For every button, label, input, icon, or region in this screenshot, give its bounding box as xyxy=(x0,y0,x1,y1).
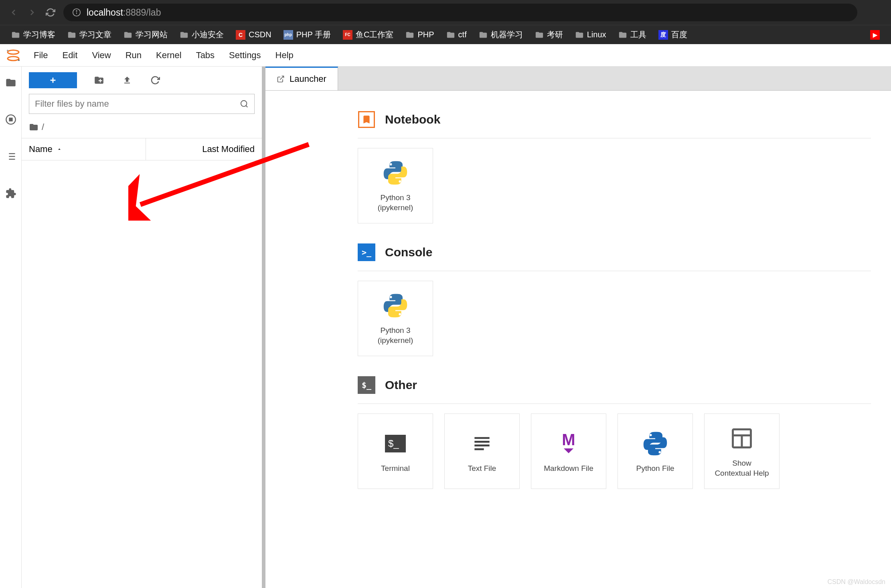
main-area: / Name Last Modified Launcher No xyxy=(0,67,891,588)
menu-item-settings[interactable]: Settings xyxy=(222,47,268,64)
jupyter-menubar: FileEditViewRunKernelTabsSettingsHelp xyxy=(0,44,891,67)
bookmark-label: 鱼C工作室 xyxy=(356,29,393,40)
svg-line-19 xyxy=(280,76,284,80)
forward-button[interactable] xyxy=(26,7,38,18)
svg-point-5 xyxy=(7,50,8,51)
svg-point-4 xyxy=(8,57,19,61)
launcher-card[interactable]: $_Terminal xyxy=(358,414,433,489)
extensions-tab-icon[interactable] xyxy=(4,187,17,200)
url-text: localhost:8889/lab xyxy=(87,7,161,18)
section-icon: $_ xyxy=(358,376,375,394)
menu-item-edit[interactable]: Edit xyxy=(55,47,85,64)
filter-input[interactable] xyxy=(35,99,236,109)
bookmark-item[interactable]: 度百度 xyxy=(655,28,691,42)
section-header: >_Console xyxy=(358,243,871,271)
filebrowser-panel: / Name Last Modified xyxy=(22,67,262,588)
bookmark-label: Linux xyxy=(587,30,606,39)
launcher-card[interactable]: Text File xyxy=(444,414,520,489)
address-bar[interactable]: localhost:8889/lab xyxy=(63,4,857,21)
cards-row: $_TerminalText FileMMarkdown FilePython … xyxy=(358,414,871,489)
section-icon: >_ xyxy=(358,243,375,261)
card-icon: $_ xyxy=(381,429,410,458)
folder-icon xyxy=(618,30,627,39)
bookmark-item[interactable]: 学习博客 xyxy=(8,28,59,42)
svg-point-2 xyxy=(76,10,77,11)
bookmarks-bar: 学习博客学习文章学习网站小迪安全CCSDNphpPHP 手册FC鱼C工作室PHP… xyxy=(0,25,891,44)
bookmark-label: 工具 xyxy=(630,29,646,40)
section-header: $_Other xyxy=(358,376,871,404)
section-title: Console xyxy=(385,245,432,259)
launcher-card[interactable]: ShowContextual Help xyxy=(704,414,780,489)
bookmark-item[interactable]: ctf xyxy=(443,28,470,41)
site-info-icon[interactable] xyxy=(72,8,81,17)
refresh-button[interactable] xyxy=(149,74,161,86)
bookmark-item[interactable]: FC鱼C工作室 xyxy=(340,28,397,42)
launcher-card[interactable]: Python File xyxy=(618,414,693,489)
tab-launcher[interactable]: Launcher xyxy=(265,67,338,90)
launcher-card[interactable]: Python 3(ipykernel) xyxy=(358,148,433,223)
reload-button[interactable] xyxy=(45,7,56,18)
bookmark-item[interactable]: 工具 xyxy=(615,28,650,42)
running-tab-icon[interactable] xyxy=(4,113,17,126)
bookmark-item[interactable]: CCSDN xyxy=(233,28,275,41)
bookmark-label: 机器学习 xyxy=(491,29,523,40)
launcher-card[interactable]: MMarkdown File xyxy=(531,414,606,489)
breadcrumb-root[interactable]: / xyxy=(42,122,44,132)
back-button[interactable] xyxy=(8,7,19,18)
launcher-card[interactable]: Python 3(ipykernel) xyxy=(358,281,433,356)
bookmark-label: 学习网站 xyxy=(136,29,168,40)
launcher-section: $_Other$_TerminalText FileMMarkdown File… xyxy=(358,376,871,489)
menu-item-view[interactable]: View xyxy=(85,47,118,64)
bookmark-label: PHP xyxy=(417,30,434,39)
new-folder-button[interactable] xyxy=(93,74,105,86)
bookmark-item[interactable]: phpPHP 手册 xyxy=(280,28,334,42)
bookmark-item[interactable]: PHP xyxy=(402,28,437,41)
activity-bar xyxy=(0,67,22,588)
bookmark-item[interactable]: 机器学习 xyxy=(476,28,526,42)
sort-asc-icon xyxy=(57,146,62,152)
menu-item-kernel[interactable]: Kernel xyxy=(149,47,189,64)
bookmark-item[interactable]: 考研 xyxy=(532,28,566,42)
bookmark-item[interactable]: 学习网站 xyxy=(120,28,171,42)
bookmark-item[interactable]: Linux xyxy=(572,28,610,41)
column-name[interactable]: Name xyxy=(22,138,146,160)
new-launcher-button[interactable] xyxy=(29,72,77,88)
menu-item-help[interactable]: Help xyxy=(268,47,301,64)
file-list-header: Name Last Modified xyxy=(22,138,262,160)
bookmark-label: PHP 手册 xyxy=(296,29,331,40)
launcher-body: NotebookPython 3(ipykernel)>_ConsolePyth… xyxy=(265,91,891,588)
bookmark-item[interactable]: 学习文章 xyxy=(64,28,115,42)
tab-bar: Launcher xyxy=(265,67,891,91)
bookmark-item[interactable]: ▶ xyxy=(867,28,883,41)
folder-icon xyxy=(479,30,488,39)
jupyter-logo[interactable] xyxy=(3,45,23,65)
card-icon xyxy=(381,158,410,187)
filebrowser-tab-icon[interactable] xyxy=(4,76,17,89)
section-title: Notebook xyxy=(385,113,440,126)
menu-item-run[interactable]: Run xyxy=(118,47,149,64)
toc-tab-icon[interactable] xyxy=(4,150,17,163)
svg-point-23 xyxy=(399,313,401,316)
card-icon xyxy=(381,291,410,320)
card-label: Python 3(ipykernel) xyxy=(378,326,413,345)
filter-box[interactable] xyxy=(29,94,255,114)
bookmark-label: ctf xyxy=(458,30,467,39)
folder-icon xyxy=(535,30,544,39)
upload-button[interactable] xyxy=(121,74,133,86)
section-title: Other xyxy=(385,378,417,392)
column-modified[interactable]: Last Modified xyxy=(146,138,262,160)
menu-item-tabs[interactable]: Tabs xyxy=(189,47,222,64)
svg-point-31 xyxy=(650,434,652,436)
favicon: FC xyxy=(343,30,352,40)
svg-point-17 xyxy=(241,101,247,107)
menu-item-file[interactable]: File xyxy=(26,47,55,64)
svg-point-6 xyxy=(18,59,20,61)
breadcrumb[interactable]: / xyxy=(22,119,262,138)
card-icon xyxy=(641,429,670,458)
bookmark-item[interactable]: 小迪安全 xyxy=(176,28,227,42)
favicon: ▶ xyxy=(870,30,880,40)
panel-splitter[interactable] xyxy=(262,67,265,588)
favicon: C xyxy=(236,30,245,40)
bookmark-label: 百度 xyxy=(671,29,687,40)
section-icon xyxy=(358,111,375,128)
